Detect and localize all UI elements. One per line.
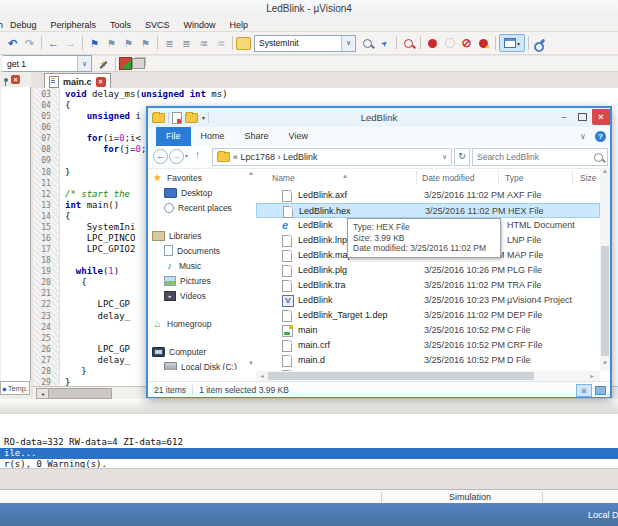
details-view-button[interactable]: ≣: [576, 384, 592, 397]
sidebar-scroll-up-icon[interactable]: ▲: [246, 170, 256, 181]
project-pane-body[interactable]: [1, 87, 31, 381]
ribbon-tab-share[interactable]: Share: [235, 127, 279, 146]
search-box[interactable]: [472, 148, 608, 166]
column-date-modified[interactable]: Date modified: [422, 173, 474, 183]
sidebar-item-computer[interactable]: Computer: [152, 344, 248, 359]
find-in-files-icon[interactable]: [359, 35, 376, 51]
configure-icon[interactable]: [532, 35, 549, 51]
search-icon[interactable]: [594, 153, 603, 162]
download-icon[interactable]: [119, 57, 132, 70]
redo-icon[interactable]: [21, 35, 38, 51]
explorer-title-bar[interactable]: ▾ LedBlink – ×: [148, 108, 610, 127]
sidebar-item-pictures[interactable]: Pictures: [152, 273, 248, 288]
editor-scroll-thumb[interactable]: [48, 388, 112, 399]
uncomment-icon[interactable]: [212, 35, 229, 51]
build-output-pane[interactable]: RO-data=332 RW-data=4 ZI-data=612ile...r…: [0, 414, 618, 468]
scroll-thumb[interactable]: [601, 246, 609, 356]
chevron-down-icon[interactable]: ∨: [341, 36, 355, 51]
column-type[interactable]: Type: [505, 173, 523, 183]
table-row[interactable]: main3/25/2016 10:52 PMC File: [256, 323, 600, 338]
flag-a-icon[interactable]: [103, 35, 120, 51]
minimize-button[interactable]: –: [556, 109, 572, 125]
table-row[interactable]: main.d3/25/2016 10:52 PMD File: [256, 353, 600, 368]
sidebar-item-homegroup[interactable]: Homegroup: [152, 316, 248, 331]
sidebar-item-documents[interactable]: Documents: [152, 243, 248, 258]
back-icon[interactable]: ←: [153, 149, 168, 164]
bp-toggle-icon[interactable]: [424, 35, 441, 51]
breadcrumb[interactable]: « Lpc1768 › LedBlink ∨: [212, 148, 452, 166]
indent-l-icon[interactable]: [161, 35, 178, 51]
sidebar-item-videos[interactable]: Videos: [152, 288, 248, 303]
sidebar-item-favorites[interactable]: Favorites: [152, 170, 248, 185]
table-row[interactable]: VLedBlink3/25/2016 10:23 PMµVision4 Proj…: [256, 293, 600, 308]
menu-item-help[interactable]: Help: [223, 20, 256, 30]
column-size[interactable]: Size: [580, 173, 597, 183]
find-next-icon[interactable]: [376, 35, 393, 51]
chevron-down-icon[interactable]: ∨: [77, 56, 91, 71]
menu-item-window[interactable]: Window: [177, 20, 223, 30]
breadcrumb-path[interactable]: « Lpc1768 › LedBlink: [233, 152, 318, 162]
up-icon[interactable]: ↑: [195, 149, 200, 160]
refresh-icon[interactable]: ↻: [454, 148, 470, 166]
comment-icon[interactable]: [195, 35, 212, 51]
indent-r-icon[interactable]: [178, 35, 195, 51]
fwd-icon[interactable]: [62, 35, 79, 51]
bp-enableall-icon[interactable]: [475, 35, 492, 51]
back-icon[interactable]: [45, 35, 62, 51]
flag-c-icon[interactable]: [137, 35, 154, 51]
forward-icon[interactable]: →: [169, 149, 184, 164]
table-row[interactable]: LedBlink.hex3/25/2016 11:02 PMHEX File: [256, 203, 600, 218]
sidebar-item-music[interactable]: Music: [152, 258, 248, 273]
templates-pane-tab[interactable]: ◆ Temp...: [0, 381, 30, 395]
flag-b-icon[interactable]: [120, 35, 137, 51]
column-name[interactable]: Name: [272, 173, 295, 183]
address-dropdown-icon[interactable]: ∨: [442, 153, 451, 161]
tab-close-icon[interactable]: ×: [96, 77, 106, 87]
taskbar[interactable]: Local D: [0, 503, 618, 526]
debug-windows-icon[interactable]: ▾: [499, 34, 525, 52]
table-row[interactable]: LedBlink.plg3/25/2016 10:26 PMPLG File: [256, 263, 600, 278]
sidebar-item-disk[interactable]: Local Disk (C:): [152, 359, 248, 370]
recent-locations-icon[interactable]: ▾: [185, 152, 188, 159]
download2-icon[interactable]: [132, 58, 145, 69]
undo-icon[interactable]: [4, 35, 21, 51]
ribbon-tab-file[interactable]: File: [156, 127, 191, 146]
scroll-right-icon[interactable]: ▸: [588, 372, 596, 380]
sidebar-item-libraries[interactable]: Libraries: [152, 228, 248, 243]
help-icon[interactable]: ?: [595, 131, 606, 142]
list-horizontal-scrollbar[interactable]: ◂ ▸: [256, 371, 600, 381]
target-combo[interactable]: get 1∨: [3, 55, 92, 72]
menu-item-svcs[interactable]: SVCS: [138, 20, 177, 30]
ribbon-tab-view[interactable]: View: [279, 127, 318, 146]
bp-killall-icon[interactable]: [458, 35, 475, 51]
maximize-button[interactable]: [574, 109, 590, 125]
bp-disable-icon[interactable]: [441, 35, 458, 51]
sidebar-scroll-down-icon[interactable]: ▼: [246, 360, 256, 371]
sidebar-item-desktop[interactable]: Desktop: [152, 185, 248, 200]
menu-item-tools[interactable]: Tools: [103, 20, 138, 30]
sidebar-item-recent[interactable]: Recent places: [152, 200, 248, 215]
flag-main-icon[interactable]: [86, 35, 103, 51]
ribbon-tab-home[interactable]: Home: [191, 127, 235, 146]
list-vertical-scrollbar[interactable]: ▲ ▼: [600, 168, 610, 371]
search-input[interactable]: [473, 152, 594, 162]
menu-item-peripherals[interactable]: Peripherals: [44, 20, 104, 30]
pane-close-icon[interactable]: ×: [11, 75, 20, 84]
scroll-up-icon[interactable]: ▲: [600, 168, 610, 179]
scroll-thumb[interactable]: [268, 372, 534, 380]
scroll-down-icon[interactable]: ▼: [600, 360, 610, 371]
ribbon-collapse-icon[interactable]: ∨: [580, 132, 586, 141]
thumbnail-view-button[interactable]: [592, 384, 608, 397]
scroll-left-icon[interactable]: ◂: [258, 372, 266, 380]
table-row[interactable]: LedBlink.tra3/25/2016 11:02 PMTRA File: [256, 278, 600, 293]
pin-icon[interactable]: [4, 78, 8, 82]
menu-item-debug[interactable]: Debug: [3, 20, 44, 30]
close-button[interactable]: ×: [592, 109, 610, 125]
find-icon[interactable]: [400, 35, 417, 51]
function-combo[interactable]: SystemInit∨: [254, 35, 356, 52]
props-icon[interactable]: [236, 37, 251, 50]
table-row[interactable]: LedBlink_Target 1.dep3/25/2016 11:02 PMD…: [256, 308, 600, 323]
wand-icon[interactable]: [95, 56, 112, 72]
table-row[interactable]: LedBlink.axf3/25/2016 11:02 PMAXF File: [256, 188, 600, 203]
tab-main-c[interactable]: main.c ×: [44, 73, 111, 89]
